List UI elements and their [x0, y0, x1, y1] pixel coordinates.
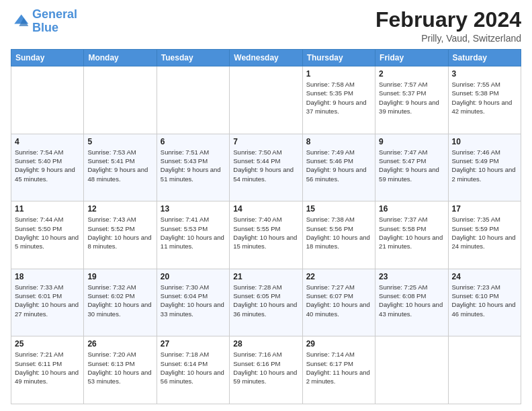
- col-thursday: Thursday: [302, 50, 375, 66]
- day-info: Sunrise: 7:44 AM Sunset: 5:50 PM Dayligh…: [15, 215, 80, 250]
- day-number: 26: [87, 339, 152, 349]
- table-cell: 22Sunrise: 7:27 AM Sunset: 6:07 PM Dayli…: [302, 269, 375, 336]
- table-cell: [11, 66, 84, 134]
- table-cell: 19Sunrise: 7:32 AM Sunset: 6:02 PM Dayli…: [84, 269, 157, 336]
- table-cell: 1Sunrise: 7:58 AM Sunset: 5:35 PM Daylig…: [302, 66, 375, 134]
- table-cell: 13Sunrise: 7:41 AM Sunset: 5:53 PM Dayli…: [157, 201, 229, 269]
- table-cell: 4Sunrise: 7:54 AM Sunset: 5:40 PM Daylig…: [11, 134, 84, 201]
- calendar-week-3: 11Sunrise: 7:44 AM Sunset: 5:50 PM Dayli…: [11, 201, 521, 269]
- table-cell: [157, 66, 229, 134]
- day-info: Sunrise: 7:32 AM Sunset: 6:02 PM Dayligh…: [87, 283, 152, 318]
- main-title: February 2024: [375, 8, 521, 32]
- day-info: Sunrise: 7:50 AM Sunset: 5:44 PM Dayligh…: [233, 148, 298, 183]
- table-cell: 3Sunrise: 7:55 AM Sunset: 5:38 PM Daylig…: [448, 66, 521, 134]
- day-info: Sunrise: 7:21 AM Sunset: 6:11 PM Dayligh…: [15, 350, 80, 385]
- day-number: 11: [15, 204, 80, 214]
- col-monday: Monday: [84, 50, 157, 66]
- logo-line1: General: [32, 7, 77, 21]
- table-cell: 18Sunrise: 7:33 AM Sunset: 6:01 PM Dayli…: [11, 269, 84, 336]
- day-number: 10: [452, 137, 517, 146]
- col-friday: Friday: [375, 50, 448, 66]
- table-cell: 26Sunrise: 7:20 AM Sunset: 6:13 PM Dayli…: [84, 336, 157, 404]
- calendar-week-5: 25Sunrise: 7:21 AM Sunset: 6:11 PM Dayli…: [11, 336, 521, 404]
- day-number: 24: [452, 272, 517, 281]
- day-info: Sunrise: 7:53 AM Sunset: 5:41 PM Dayligh…: [87, 148, 152, 183]
- day-info: Sunrise: 7:20 AM Sunset: 6:13 PM Dayligh…: [87, 350, 152, 385]
- table-cell: 21Sunrise: 7:28 AM Sunset: 6:05 PM Dayli…: [230, 269, 302, 336]
- day-info: Sunrise: 7:58 AM Sunset: 5:35 PM Dayligh…: [306, 80, 371, 116]
- table-cell: 20Sunrise: 7:30 AM Sunset: 6:04 PM Dayli…: [157, 269, 229, 336]
- day-number: 7: [233, 137, 298, 146]
- day-info: Sunrise: 7:49 AM Sunset: 5:46 PM Dayligh…: [306, 148, 371, 183]
- day-number: 14: [233, 204, 298, 214]
- table-cell: [84, 66, 157, 134]
- day-info: Sunrise: 7:55 AM Sunset: 5:38 PM Dayligh…: [452, 80, 517, 116]
- table-cell: 9Sunrise: 7:47 AM Sunset: 5:47 PM Daylig…: [375, 134, 448, 201]
- day-number: 28: [233, 339, 298, 349]
- day-number: 18: [15, 272, 80, 281]
- logo: General Blue: [11, 8, 77, 35]
- day-info: Sunrise: 7:14 AM Sunset: 6:17 PM Dayligh…: [306, 350, 371, 385]
- day-info: Sunrise: 7:57 AM Sunset: 5:37 PM Dayligh…: [379, 80, 444, 116]
- table-cell: 5Sunrise: 7:53 AM Sunset: 5:41 PM Daylig…: [84, 134, 157, 201]
- day-number: 27: [161, 339, 226, 349]
- day-info: Sunrise: 7:37 AM Sunset: 5:58 PM Dayligh…: [379, 215, 444, 250]
- day-number: 25: [15, 339, 80, 349]
- table-cell: 24Sunrise: 7:23 AM Sunset: 6:10 PM Dayli…: [448, 269, 521, 336]
- col-saturday: Saturday: [448, 50, 521, 66]
- day-number: 5: [87, 137, 152, 146]
- table-cell: 11Sunrise: 7:44 AM Sunset: 5:50 PM Dayli…: [11, 201, 84, 269]
- day-info: Sunrise: 7:35 AM Sunset: 5:59 PM Dayligh…: [452, 215, 517, 250]
- col-wednesday: Wednesday: [230, 50, 302, 66]
- table-cell: 8Sunrise: 7:49 AM Sunset: 5:46 PM Daylig…: [302, 134, 375, 201]
- logo-icon: [11, 12, 30, 31]
- day-number: 13: [161, 204, 226, 214]
- page: General Blue February 2024 Prilly, Vaud,…: [0, 0, 532, 411]
- logo-text: General Blue: [32, 8, 77, 35]
- day-info: Sunrise: 7:43 AM Sunset: 5:52 PM Dayligh…: [87, 215, 152, 250]
- table-cell: 28Sunrise: 7:16 AM Sunset: 6:16 PM Dayli…: [230, 336, 302, 404]
- day-number: 8: [306, 137, 371, 146]
- day-number: 19: [87, 272, 152, 281]
- table-cell: 10Sunrise: 7:46 AM Sunset: 5:49 PM Dayli…: [448, 134, 521, 201]
- day-number: 29: [306, 339, 371, 349]
- table-cell: 29Sunrise: 7:14 AM Sunset: 6:17 PM Dayli…: [302, 336, 375, 404]
- table-cell: 25Sunrise: 7:21 AM Sunset: 6:11 PM Dayli…: [11, 336, 84, 404]
- day-info: Sunrise: 7:18 AM Sunset: 6:14 PM Dayligh…: [161, 350, 226, 385]
- day-number: 3: [452, 69, 517, 79]
- table-cell: 6Sunrise: 7:51 AM Sunset: 5:43 PM Daylig…: [157, 134, 229, 201]
- title-block: February 2024 Prilly, Vaud, Switzerland: [375, 8, 521, 44]
- col-tuesday: Tuesday: [157, 50, 229, 66]
- table-cell: [448, 336, 521, 404]
- header: General Blue February 2024 Prilly, Vaud,…: [11, 8, 521, 44]
- calendar-week-4: 18Sunrise: 7:33 AM Sunset: 6:01 PM Dayli…: [11, 269, 521, 336]
- table-cell: 2Sunrise: 7:57 AM Sunset: 5:37 PM Daylig…: [375, 66, 448, 134]
- subtitle: Prilly, Vaud, Switzerland: [375, 33, 521, 44]
- day-number: 22: [306, 272, 371, 281]
- day-info: Sunrise: 7:28 AM Sunset: 6:05 PM Dayligh…: [233, 283, 298, 318]
- table-cell: 27Sunrise: 7:18 AM Sunset: 6:14 PM Dayli…: [157, 336, 229, 404]
- day-number: 20: [161, 272, 226, 281]
- day-number: 4: [15, 137, 80, 146]
- table-cell: 23Sunrise: 7:25 AM Sunset: 6:08 PM Dayli…: [375, 269, 448, 336]
- calendar-header-row: Sunday Monday Tuesday Wednesday Thursday…: [11, 50, 521, 66]
- day-info: Sunrise: 7:25 AM Sunset: 6:08 PM Dayligh…: [379, 283, 444, 318]
- day-number: 2: [379, 69, 444, 79]
- day-number: 17: [452, 204, 517, 214]
- table-cell: [375, 336, 448, 404]
- calendar-week-1: 1Sunrise: 7:58 AM Sunset: 5:35 PM Daylig…: [11, 66, 521, 134]
- day-number: 6: [161, 137, 226, 146]
- day-info: Sunrise: 7:27 AM Sunset: 6:07 PM Dayligh…: [306, 283, 371, 318]
- day-info: Sunrise: 7:41 AM Sunset: 5:53 PM Dayligh…: [161, 215, 226, 250]
- col-sunday: Sunday: [11, 50, 84, 66]
- table-cell: 15Sunrise: 7:38 AM Sunset: 5:56 PM Dayli…: [302, 201, 375, 269]
- calendar-week-2: 4Sunrise: 7:54 AM Sunset: 5:40 PM Daylig…: [11, 134, 521, 201]
- day-number: 21: [233, 272, 298, 281]
- day-number: 9: [379, 137, 444, 146]
- day-info: Sunrise: 7:46 AM Sunset: 5:49 PM Dayligh…: [452, 148, 517, 183]
- table-cell: 14Sunrise: 7:40 AM Sunset: 5:55 PM Dayli…: [230, 201, 302, 269]
- table-cell: 17Sunrise: 7:35 AM Sunset: 5:59 PM Dayli…: [448, 201, 521, 269]
- day-info: Sunrise: 7:40 AM Sunset: 5:55 PM Dayligh…: [233, 215, 298, 250]
- table-cell: 16Sunrise: 7:37 AM Sunset: 5:58 PM Dayli…: [375, 201, 448, 269]
- calendar-table: Sunday Monday Tuesday Wednesday Thursday…: [11, 49, 521, 404]
